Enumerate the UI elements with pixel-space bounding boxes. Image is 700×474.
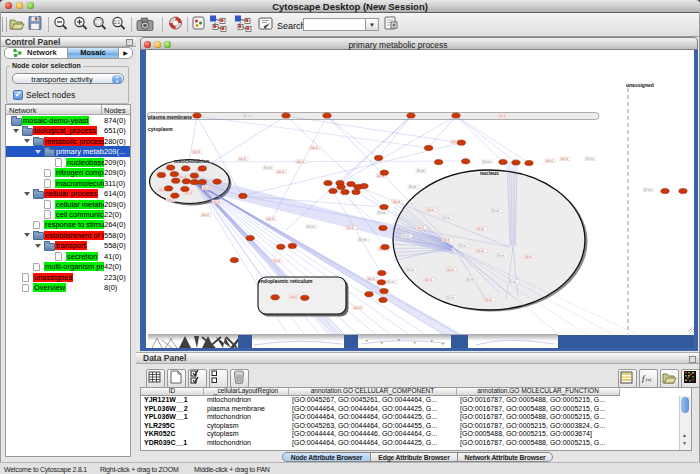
svg-text:lbl nm: lbl nm [492,209,500,213]
svg-text:cytoplasm: cytoplasm [148,126,173,132]
svg-text:lab id: lab id [499,114,506,118]
svg-text:lab id: lab id [525,255,532,259]
svg-text:lab id: lab id [290,295,297,299]
svg-text:lab id: lab id [213,200,220,204]
svg-text:lab id: lab id [393,200,400,204]
svg-text:lab id: lab id [297,160,304,164]
svg-text:endoplasmic reticulum: endoplasmic reticulum [258,278,313,284]
svg-text:lbl nm: lbl nm [409,185,417,189]
svg-text:lab id: lab id [427,208,434,212]
svg-text:lbl nm: lbl nm [407,268,415,272]
svg-text:lab id: lab id [193,150,200,154]
svg-text:lab id: lab id [267,217,274,221]
svg-text:lab id: lab id [561,157,568,161]
svg-text:lab id: lab id [179,175,186,179]
svg-text:plasma membrane: plasma membrane [148,114,192,120]
svg-text:lbl nm: lbl nm [307,225,315,229]
svg-text:lab id: lab id [347,226,354,230]
svg-text:lbl nm: lbl nm [447,296,455,300]
svg-text:lab id: lab id [354,306,361,310]
svg-text:lab id: lab id [485,298,492,302]
svg-text:lab id: lab id [447,268,454,272]
svg-text:lbl nm: lbl nm [402,234,410,238]
svg-text:lab id: lab id [203,186,210,190]
svg-text:lbl nm: lbl nm [387,280,395,284]
svg-text:lab id: lab id [417,226,424,230]
svg-text:lbl nm: lbl nm [644,188,652,192]
svg-text:lab id: lab id [443,238,450,242]
svg-text:lab id: lab id [368,277,375,281]
svg-text:lbl nm: lbl nm [264,166,272,170]
svg-text:lbl nm: lbl nm [417,169,425,173]
svg-text:lbl nm: lbl nm [509,280,517,284]
svg-text:lab id: lab id [202,213,209,217]
svg-text:lbl nm: lbl nm [459,244,467,248]
svg-text:lbl nm: lbl nm [359,238,367,242]
svg-text:lbl nm: lbl nm [586,157,594,161]
svg-text:lab id: lab id [239,157,246,161]
svg-text:lab id: lab id [546,159,553,163]
svg-text:lbl nm: lbl nm [483,160,491,164]
svg-text:lab id: lab id [277,170,284,174]
svg-text:lbl nm: lbl nm [497,254,505,258]
svg-text:lab id: lab id [477,227,484,231]
svg-text:lbl nm: lbl nm [378,211,386,215]
svg-text:lab id: lab id [311,146,318,150]
svg-text:unassigned: unassigned [626,82,654,88]
svg-text:nucleus: nucleus [480,170,499,176]
svg-text:lbl nm: lbl nm [443,216,451,220]
svg-text:lab id: lab id [477,249,484,253]
svg-text:lab id: lab id [425,278,432,282]
svg-text:1:1: 1:1 [114,19,121,24]
svg-text:(x): (x) [646,377,652,382]
svg-text:lbl nm: lbl nm [244,114,252,118]
svg-text:lab id: lab id [167,198,174,202]
svg-text:mitochondrion: mitochondrion [174,158,209,164]
svg-text:lbl nm: lbl nm [467,278,475,282]
svg-text:lab id: lab id [273,259,280,263]
